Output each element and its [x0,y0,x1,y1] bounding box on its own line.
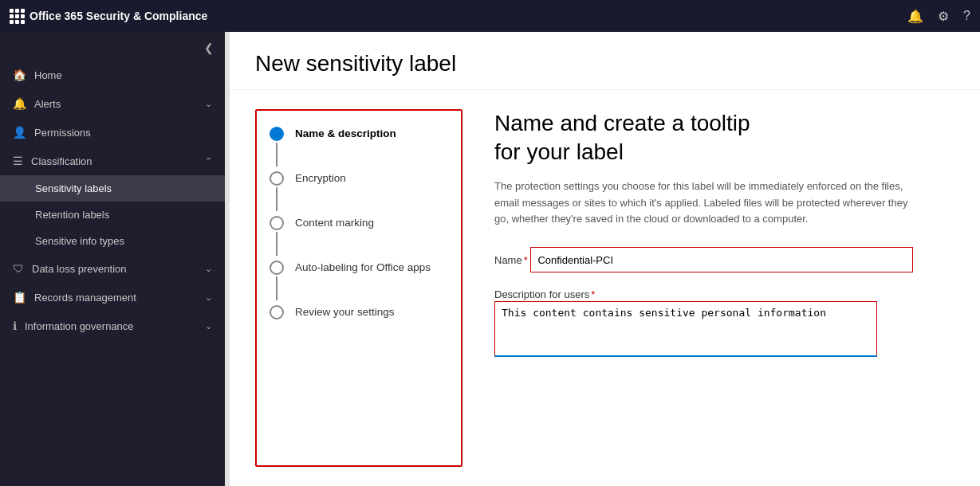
sidebar-item-records-label: Records management [34,292,197,304]
sidebar-item-info-gov-label: Information governance [25,320,197,332]
sidebar: ❮ 🏠 Home 🔔 Alerts ⌄ 👤 Permissions ☰ Clas… [0,32,225,486]
permissions-icon: 👤 [13,126,26,139]
wizard-step-name[interactable]: Name & description [270,127,448,168]
sidebar-item-records[interactable]: 📋 Records management ⌄ [0,283,225,312]
page-body: Name & description Encryption [230,90,980,486]
page-title: New sensitivity label [255,51,954,76]
dlp-icon: 🛡 [13,262,24,275]
step-circle-5 [270,305,284,319]
step-line-1 [276,143,277,167]
wizard-step-review[interactable]: Review your settings [270,305,448,319]
wizard-step-auto-labeling[interactable]: Auto-labeling for Office apps [270,261,448,302]
sidebar-sub-retention-labels[interactable]: Retention labels [0,202,225,228]
step-line-2 [276,187,277,211]
info-gov-icon: ℹ [13,319,17,332]
sidebar-sub-sensitive-info-types[interactable]: Sensitive info types [0,228,225,254]
step-connector-3 [270,216,284,257]
step-label-5: Review your settings [295,305,395,318]
alerts-chevron-icon: ⌄ [205,99,212,109]
sidebar-item-dlp[interactable]: 🛡 Data loss prevention ⌄ [0,254,225,283]
sidebar-item-classification-label: Classification [31,155,197,167]
step-connector-1 [270,127,284,168]
sidebar-item-classification[interactable]: ☰ Classification ⌃ [0,147,225,175]
step-circle-1 [270,127,284,141]
wizard-step-encryption[interactable]: Encryption [270,171,448,213]
step-connector-5 [270,305,284,319]
name-label: Name* [494,254,530,266]
step-label-1: Name & description [295,127,396,139]
classification-chevron-icon: ⌃ [205,156,212,167]
app-grid-icon[interactable] [10,9,25,24]
wizard-step-content-marking[interactable]: Content marking [270,216,448,257]
sidebar-item-alerts-label: Alerts [34,98,197,110]
home-icon: 🏠 [13,69,26,81]
step-line-3 [276,232,277,256]
step-circle-2 [270,171,284,186]
wizard-panel: Name & description Encryption [255,109,462,467]
classification-icon: ☰ [13,155,23,167]
notification-icon[interactable]: 🔔 [907,9,923,24]
sidebar-item-home[interactable]: 🏠 Home [0,61,225,89]
form-description: The protection settings you choose for t… [494,178,909,228]
form-heading: Name and create a tooltipfor your label [494,109,954,167]
records-icon: 📋 [13,291,26,304]
content-area: New sensitivity label Name & description [230,32,980,486]
sidebar-item-alerts[interactable]: 🔔 Alerts ⌄ [0,89,225,118]
sidebar-collapse-area: ❮ [0,32,225,61]
page-header: New sensitivity label [230,32,980,90]
collapse-sidebar-button[interactable]: ❮ [204,41,214,54]
help-icon[interactable]: ? [963,9,970,23]
name-input[interactable] [530,247,913,272]
topbar-action-icons: 🔔 ⚙ ? [907,9,970,24]
settings-icon[interactable]: ⚙ [938,9,949,24]
step-line-4 [276,276,277,300]
sidebar-sub-sensitivity-labels[interactable]: Sensitivity labels [0,175,225,202]
app-title: Office 365 Security & Compliance [30,10,907,22]
dlp-chevron-icon: ⌄ [205,264,212,274]
form-panel: Name and create a tooltipfor your label … [494,109,954,467]
topbar: Office 365 Security & Compliance 🔔 ⚙ ? [0,0,980,32]
sidebar-item-info-gov[interactable]: ℹ Information governance ⌄ [0,312,225,340]
sidebar-item-home-label: Home [34,69,212,81]
description-textarea[interactable] [494,301,877,357]
description-label: Description for users* [494,288,595,300]
step-label-2: Encryption [295,171,346,184]
alerts-icon: 🔔 [13,97,26,110]
info-gov-chevron-icon: ⌄ [205,321,212,331]
records-chevron-icon: ⌄ [205,292,212,303]
step-circle-3 [270,216,284,230]
description-field-group: Description for users* [494,287,954,360]
sidebar-item-permissions[interactable]: 👤 Permissions [0,118,225,147]
step-label-3: Content marking [295,216,374,229]
step-connector-2 [270,171,284,213]
step-circle-4 [270,261,284,275]
sidebar-item-permissions-label: Permissions [34,127,212,139]
sidebar-item-dlp-label: Data loss prevention [32,263,197,275]
name-field-group: Name* [494,247,954,272]
step-connector-4 [270,261,284,302]
step-label-4: Auto-labeling for Office apps [295,261,431,273]
